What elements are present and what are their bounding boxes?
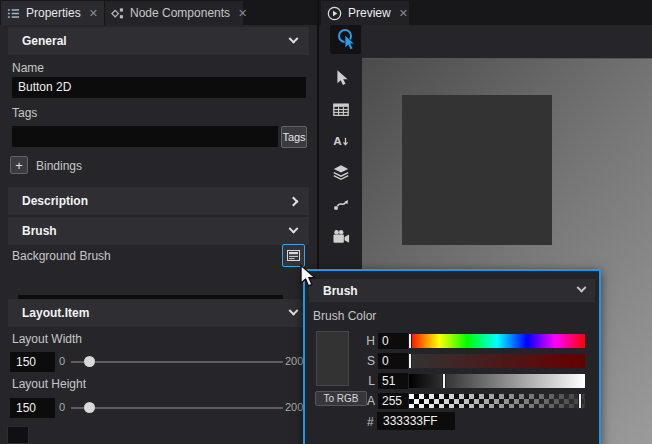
video-camera-icon <box>332 228 351 245</box>
section-header-layout-item[interactable]: Layout.Item <box>8 299 309 327</box>
slider-max-label: 200 <box>285 401 303 413</box>
hue-slider[interactable] <box>409 334 585 348</box>
chevron-down-icon <box>577 283 587 293</box>
tab-properties-label: Properties <box>26 6 81 20</box>
brush-editor-popup: Brush Brush Color H 0 S 0 L 51 A 255 To … <box>303 269 601 444</box>
lightness-slider-handle[interactable] <box>442 373 446 389</box>
section-header-brush[interactable]: Brush <box>8 217 309 245</box>
tags-button[interactable]: Tags <box>281 126 307 148</box>
alpha-slider-handle[interactable] <box>578 393 582 409</box>
lightness-label: L <box>361 374 375 388</box>
text-a-icon: A <box>332 132 350 149</box>
alpha-gradient-overlay <box>409 394 585 408</box>
section-title: Brush <box>22 224 57 238</box>
chevron-down-icon <box>289 305 299 315</box>
hue-channel-row: H 0 <box>305 333 595 349</box>
curved-arrow-icon <box>332 194 350 212</box>
lightness-value-input[interactable]: 51 <box>378 373 408 389</box>
alpha-slider[interactable] <box>409 394 585 408</box>
tab-bar: Properties ✕ Node Components ✕ Preview ✕ <box>0 0 652 25</box>
lightness-slider[interactable] <box>409 374 585 388</box>
layout-height-slider-handle[interactable] <box>84 402 95 413</box>
background-brush-label: Background Brush <box>12 249 111 263</box>
svg-text:A: A <box>333 133 342 146</box>
preview-play-icon <box>327 6 342 21</box>
property-editor-icon <box>287 250 300 261</box>
section-title: General <box>22 34 67 48</box>
bindings-label: Bindings <box>36 159 82 173</box>
layout-width-input[interactable]: 150 <box>10 352 55 372</box>
layers-icon <box>332 164 350 182</box>
tab-preview-label: Preview <box>348 6 391 20</box>
chevron-down-icon <box>289 33 299 43</box>
button-2d-node <box>402 95 552 245</box>
tags-input[interactable] <box>12 126 278 147</box>
interact-tool-button[interactable] <box>330 25 361 54</box>
text-tool-button[interactable]: A <box>325 127 357 153</box>
hex-value-input[interactable]: 333333FF <box>377 412 455 430</box>
popup-title: Brush <box>323 284 358 298</box>
slider-min-label: 0 <box>59 401 65 413</box>
layout-height-label: Layout Height <box>12 377 86 391</box>
slider-max-label: 200 <box>285 355 303 367</box>
layout-width-slider-handle[interactable] <box>84 356 95 367</box>
properties-panel: General Name Button 2D Tags Tags + Bindi… <box>0 25 317 444</box>
layout-height-input[interactable]: 150 <box>10 398 55 418</box>
table-grid-icon <box>332 101 350 118</box>
saturation-label: S <box>361 354 375 368</box>
connections-tool-button[interactable] <box>325 190 357 216</box>
brush-color-label: Brush Color <box>313 309 376 323</box>
tab-node-components[interactable]: Node Components ✕ <box>105 1 243 25</box>
next-property-partial-input <box>7 426 29 444</box>
name-label: Name <box>12 61 44 75</box>
layout-width-slider[interactable] <box>71 361 283 363</box>
add-binding-button[interactable]: + <box>10 156 28 174</box>
hue-slider-handle[interactable] <box>408 333 412 349</box>
arrow-cursor-icon <box>332 68 350 86</box>
saturation-channel-row: S 0 <box>305 353 595 369</box>
chevron-down-icon <box>289 223 299 233</box>
select-tool-button[interactable] <box>325 64 357 90</box>
kanzi-studio-window: Properties ✕ Node Components ✕ Preview ✕… <box>0 0 652 444</box>
section-title: Description <box>22 194 88 208</box>
tags-label: Tags <box>12 106 37 120</box>
hex-label: # <box>367 415 374 429</box>
saturation-slider-handle[interactable] <box>408 353 412 369</box>
section-title: Layout.Item <box>22 306 89 320</box>
close-icon[interactable]: ✕ <box>399 7 408 20</box>
section-header-general[interactable]: General <box>8 27 309 55</box>
tab-preview[interactable]: Preview ✕ <box>321 1 409 25</box>
alpha-value-input[interactable]: 255 <box>378 393 408 409</box>
slider-min-label: 0 <box>59 355 65 367</box>
interact-cursor-icon <box>335 28 357 52</box>
popup-section-header-brush[interactable]: Brush <box>309 279 595 302</box>
to-rgb-button[interactable]: To RGB <box>315 391 367 406</box>
section-header-description[interactable]: Description <box>8 187 309 215</box>
grid-view-tool-button[interactable] <box>325 96 357 122</box>
tab-node-components-label: Node Components <box>130 6 230 20</box>
tab-properties[interactable]: Properties ✕ <box>1 1 104 25</box>
close-icon[interactable]: ✕ <box>89 7 98 20</box>
camera-tool-button[interactable] <box>325 223 357 249</box>
chevron-right-icon <box>289 196 299 206</box>
lightness-channel-row: L 51 <box>305 373 595 389</box>
layers-tool-button[interactable] <box>325 160 357 186</box>
layout-width-label: Layout Width <box>12 332 82 346</box>
saturation-value-input[interactable]: 0 <box>378 353 408 369</box>
hue-value-input[interactable]: 0 <box>378 333 408 349</box>
properties-list-icon <box>7 7 20 20</box>
close-icon[interactable]: ✕ <box>238 7 247 20</box>
name-input[interactable]: Button 2D <box>12 77 306 98</box>
hue-label: H <box>361 334 375 348</box>
node-components-icon <box>111 7 124 20</box>
layout-height-slider[interactable] <box>71 407 283 409</box>
preview-top-strip <box>362 25 652 58</box>
open-brush-editor-button[interactable] <box>282 244 305 267</box>
saturation-slider[interactable] <box>409 354 585 368</box>
